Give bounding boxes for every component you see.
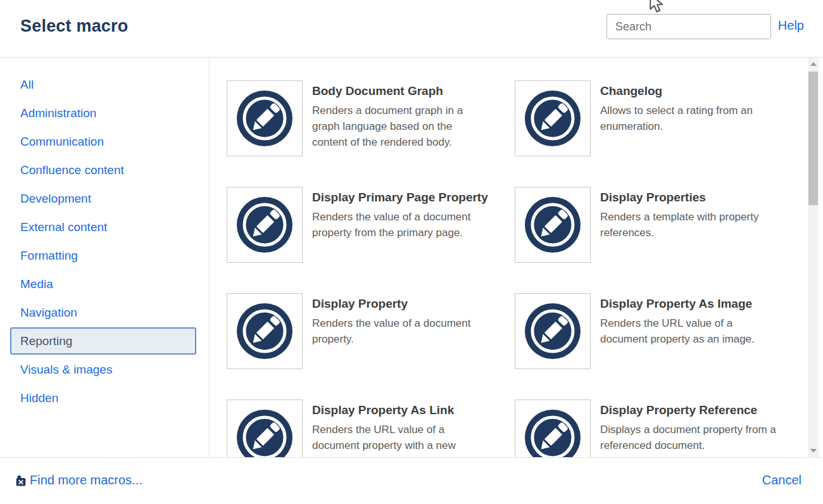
sidebar-item-development[interactable]: Development <box>0 184 209 213</box>
search-input[interactable] <box>606 14 771 39</box>
macro-icon-tile <box>515 293 591 369</box>
pencil-circle-icon <box>522 301 583 362</box>
macro-description: Renders the URL value of a document prop… <box>600 315 776 347</box>
scrollbar-down-arrow[interactable] <box>810 449 817 453</box>
macro-description: Allows to select a rating from an enumer… <box>600 103 776 134</box>
sidebar-item-media[interactable]: Media <box>0 270 209 298</box>
macro-description: Renders a document graph in a graph lang… <box>312 103 488 150</box>
macro-title: Display Properties <box>600 189 776 206</box>
pencil-circle-icon <box>522 88 583 149</box>
scrollbar-thumb[interactable] <box>808 72 818 205</box>
pencil-circle-icon <box>522 194 583 255</box>
pencil-circle-icon <box>234 407 295 457</box>
macro-item-display-property-as-image[interactable]: Display Property As Image Renders the UR… <box>515 293 803 369</box>
pencil-circle-icon <box>234 88 295 149</box>
sidebar-item-all[interactable]: All <box>0 70 209 99</box>
macro-icon-tile <box>515 80 591 156</box>
sidebar-item-confluence-content[interactable]: Confluence content <box>0 156 209 184</box>
pencil-circle-icon <box>522 407 583 457</box>
scrollbar[interactable] <box>808 58 819 457</box>
macro-item-changelog[interactable]: Changelog Allows to select a rating from… <box>515 80 803 156</box>
macro-icon-tile <box>515 400 591 457</box>
category-sidebar: All Administration Communication Conflue… <box>0 58 210 457</box>
macro-description: Renders a template with property referen… <box>600 209 776 241</box>
dialog-title: Select macro <box>20 16 129 36</box>
macro-title: Display Property As Link <box>312 402 488 419</box>
macro-title: Changelog <box>600 83 776 99</box>
scrollbar-up-arrow[interactable] <box>810 62 817 66</box>
macro-list: Body Document Graph Renders a document g… <box>210 58 806 457</box>
macro-title: Display Primary Page Property <box>312 189 488 206</box>
macro-icon-tile <box>227 293 303 369</box>
macro-title: Display Property Reference <box>600 402 776 419</box>
sidebar-item-administration[interactable]: Administration <box>0 99 209 127</box>
macro-description: Renders the value of a document property… <box>312 315 488 347</box>
sidebar-item-visuals-images[interactable]: Visuals & images <box>0 355 209 384</box>
select-macro-dialog: Select macro Help All Administration Com… <box>0 0 823 504</box>
find-more-macros-link[interactable]: Find more macros... <box>15 473 142 488</box>
sidebar-item-reporting[interactable]: Reporting <box>10 327 196 355</box>
macro-item-body-document-graph[interactable]: Body Document Graph Renders a document g… <box>227 80 515 156</box>
dialog-header: Select macro Help <box>0 0 823 58</box>
cancel-button[interactable]: Cancel <box>762 473 801 488</box>
help-link[interactable]: Help <box>778 18 804 33</box>
macro-title: Display Property As Image <box>600 296 776 312</box>
macro-item-display-properties[interactable]: Display Properties Renders a template wi… <box>515 187 803 263</box>
macro-icon-tile <box>515 187 591 263</box>
macro-icon-tile <box>227 400 303 457</box>
find-more-macros-label: Find more macros... <box>30 473 142 488</box>
pencil-circle-icon <box>234 194 295 255</box>
macro-description: Renders the value of a document property… <box>312 209 488 241</box>
macro-description: Displays a document property from a refe… <box>600 422 776 453</box>
macro-title: Display Property <box>312 296 488 312</box>
macro-item-display-primary-page-property[interactable]: Display Primary Page Property Renders th… <box>227 187 515 263</box>
dialog-footer: Find more macros... Cancel <box>0 457 823 504</box>
sidebar-item-external-content[interactable]: External content <box>0 213 209 241</box>
macro-icon-tile <box>227 80 303 156</box>
macro-title: Body Document Graph <box>312 83 488 99</box>
macro-description: Renders the URL value of a document prop… <box>312 422 488 453</box>
macro-item-display-property[interactable]: Display Property Renders the value of a … <box>227 293 515 369</box>
macro-item-display-property-as-link[interactable]: Display Property As Link Renders the URL… <box>227 400 515 457</box>
pencil-circle-icon <box>234 301 295 362</box>
marketplace-icon <box>15 475 27 486</box>
macro-icon-tile <box>227 187 303 263</box>
sidebar-item-navigation[interactable]: Navigation <box>0 298 209 327</box>
sidebar-item-hidden[interactable]: Hidden <box>0 384 209 412</box>
sidebar-item-formatting[interactable]: Formatting <box>0 241 209 270</box>
macro-item-display-property-reference[interactable]: Display Property Reference Displays a do… <box>515 400 803 457</box>
sidebar-item-communication[interactable]: Communication <box>0 127 209 156</box>
